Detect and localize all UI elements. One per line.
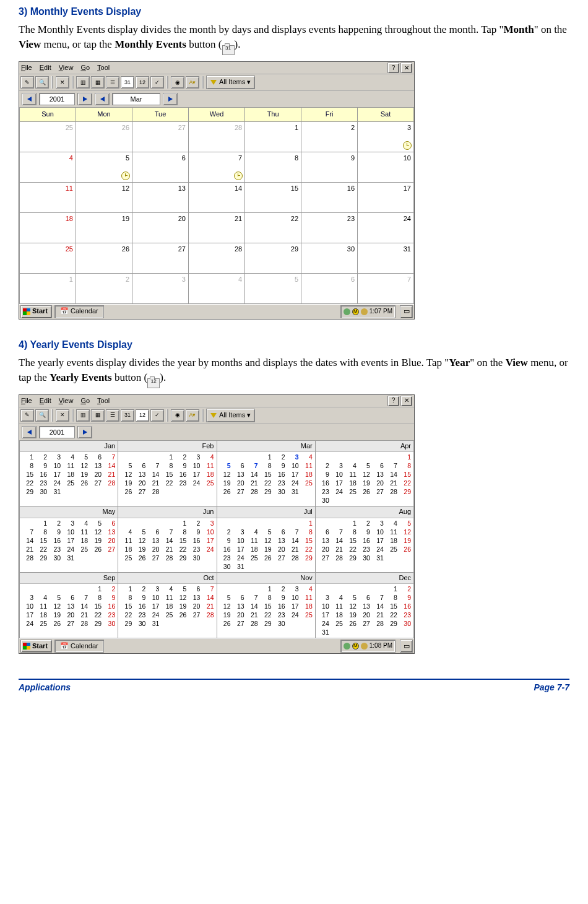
day-cell[interactable]: 6 xyxy=(132,152,189,182)
menu-view[interactable]: View xyxy=(59,63,74,72)
day-cell[interactable]: 1 xyxy=(20,273,76,303)
new-event-icon[interactable]: ✎ xyxy=(20,409,34,422)
menu-file[interactable]: File xyxy=(21,63,32,72)
day-cell[interactable]: 30 xyxy=(301,243,358,273)
day-cell[interactable]: 20 xyxy=(132,212,189,243)
mini-month-sep[interactable]: Sep1234567891011121314151617181920212223… xyxy=(20,572,118,638)
day-cell[interactable]: 6 xyxy=(301,273,358,303)
menu-view[interactable]: View xyxy=(59,396,74,406)
menu-tool[interactable]: Tool xyxy=(97,396,110,406)
close-button[interactable]: ✕ xyxy=(400,396,412,406)
day-cell[interactable]: 23 xyxy=(301,212,358,243)
day-cell[interactable]: 4 xyxy=(188,273,244,303)
mini-month-nov[interactable]: Nov1234567891011121314151617181920212223… xyxy=(217,572,315,638)
month-view-icon[interactable]: 31 xyxy=(121,76,134,89)
day-cell[interactable]: 15 xyxy=(245,182,301,212)
day-cell[interactable]: 27 xyxy=(132,243,189,273)
goto-today-icon[interactable]: ◉ xyxy=(171,409,184,422)
day-cell[interactable]: 5 xyxy=(245,273,301,303)
highlight-icon[interactable]: A▾ xyxy=(186,76,199,89)
day-cell[interactable]: 7 xyxy=(188,152,244,182)
mini-month-jan[interactable]: Jan1234567891011121314151617181920212223… xyxy=(20,440,118,506)
day-cell[interactable]: 21 xyxy=(188,212,244,243)
day-cell[interactable]: 12 xyxy=(76,182,132,212)
help-button[interactable]: ? xyxy=(387,63,399,73)
delete-icon[interactable]: ✕ xyxy=(56,409,69,422)
year-next-button[interactable] xyxy=(77,426,92,438)
mini-month-mar[interactable]: Mar1234567891011121314151617181920212223… xyxy=(217,440,315,506)
system-tray[interactable]: M 1:07 PM xyxy=(340,305,396,318)
day-cell[interactable]: 16 xyxy=(301,182,358,212)
month-field[interactable]: Mar xyxy=(112,93,160,105)
week-row-view-icon[interactable]: ☰ xyxy=(106,409,119,422)
day-cell[interactable]: 2 xyxy=(301,121,358,152)
day-cell[interactable]: 7 xyxy=(358,273,414,303)
start-button[interactable]: Start xyxy=(20,640,52,653)
year-field[interactable]: 2001 xyxy=(39,93,75,105)
year-next-button[interactable] xyxy=(77,93,92,105)
goto-today-icon[interactable]: ◉ xyxy=(171,76,184,89)
day-cell[interactable]: 19 xyxy=(76,212,132,243)
delete-icon[interactable]: ✕ xyxy=(56,76,69,89)
day-cell[interactable]: 31 xyxy=(358,243,414,273)
day-cell[interactable]: 25 xyxy=(20,243,76,273)
day-cell[interactable]: 3 xyxy=(132,273,189,303)
year-prev-button[interactable] xyxy=(22,426,37,438)
find-icon[interactable]: 🔍 xyxy=(35,76,49,89)
mini-month-jul[interactable]: Jul1234567891011121314151617181920212223… xyxy=(217,506,315,572)
filter-dropdown[interactable]: All Items ▾ xyxy=(206,76,255,89)
day-cell[interactable]: 10 xyxy=(358,152,414,182)
month-view-icon[interactable]: 31 xyxy=(121,409,134,422)
day-cell[interactable]: 18 xyxy=(20,212,76,243)
day-cell[interactable]: 14 xyxy=(188,182,244,212)
day-cell[interactable]: 26 xyxy=(76,121,132,152)
day-view-icon[interactable]: ▥ xyxy=(76,409,90,422)
mini-month-oct[interactable]: Oct1234567891011121314151617181920212223… xyxy=(118,572,217,638)
menu-go[interactable]: Go xyxy=(80,63,90,72)
taskbar-app-button[interactable]: 📅 Calendar xyxy=(54,640,104,653)
menu-file[interactable]: File xyxy=(21,396,32,406)
help-button[interactable]: ? xyxy=(387,396,399,406)
week-row-view-icon[interactable]: ☰ xyxy=(106,76,119,89)
day-cell[interactable]: 13 xyxy=(132,182,189,212)
year-view-icon[interactable]: 12 xyxy=(136,76,149,89)
mini-month-dec[interactable]: Dec1234567891011121314151617181920212223… xyxy=(315,572,413,638)
find-icon[interactable]: 🔍 xyxy=(35,409,49,422)
week-col-view-icon[interactable]: ▦ xyxy=(91,409,105,422)
day-cell[interactable]: 27 xyxy=(132,121,189,152)
system-tray[interactable]: M 1:08 PM xyxy=(340,640,396,653)
month-prev-button[interactable] xyxy=(95,93,110,105)
day-cell[interactable]: 8 xyxy=(245,152,301,182)
start-button[interactable]: Start xyxy=(20,305,52,318)
menu-tool[interactable]: Tool xyxy=(97,63,110,72)
day-cell[interactable]: 11 xyxy=(20,182,76,212)
mini-month-feb[interactable]: Feb1234567891011121314151617181920212223… xyxy=(118,440,217,506)
highlight-icon[interactable]: A▾ xyxy=(186,409,199,422)
day-cell[interactable]: 3 xyxy=(358,121,414,152)
year-prev-button[interactable] xyxy=(22,93,37,105)
day-cell[interactable]: 4 xyxy=(20,152,76,182)
mini-month-apr[interactable]: Apr1234567891011121314151617181920212223… xyxy=(315,440,413,506)
day-cell[interactable]: 28 xyxy=(188,243,244,273)
year-view-icon[interactable]: 12 xyxy=(136,409,149,422)
menu-go[interactable]: Go xyxy=(80,396,90,406)
day-cell[interactable]: 25 xyxy=(20,121,76,152)
day-cell[interactable]: 9 xyxy=(301,152,358,182)
week-col-view-icon[interactable]: ▦ xyxy=(91,76,105,89)
mini-month-aug[interactable]: Aug1234567891011121314151617181920212223… xyxy=(315,506,413,572)
day-cell[interactable]: 26 xyxy=(76,243,132,273)
day-cell[interactable]: 2 xyxy=(76,273,132,303)
day-cell[interactable]: 28 xyxy=(188,121,244,152)
day-cell[interactable]: 22 xyxy=(245,212,301,243)
show-desktop-button[interactable]: ▭ xyxy=(400,640,413,653)
show-desktop-button[interactable]: ▭ xyxy=(400,305,413,318)
taskbar-app-button[interactable]: 📅 Calendar xyxy=(54,305,104,318)
mini-month-may[interactable]: May1234567891011121314151617181920212223… xyxy=(20,506,118,572)
year-field[interactable]: 2001 xyxy=(39,426,75,438)
mini-month-jun[interactable]: Jun1234567891011121314151617181920212223… xyxy=(118,506,217,572)
close-button[interactable]: ✕ xyxy=(400,63,412,73)
filter-dropdown[interactable]: All Items ▾ xyxy=(206,409,255,422)
day-cell[interactable]: 24 xyxy=(358,212,414,243)
new-event-icon[interactable]: ✎ xyxy=(20,76,34,89)
menu-edit[interactable]: Edit xyxy=(40,396,51,406)
